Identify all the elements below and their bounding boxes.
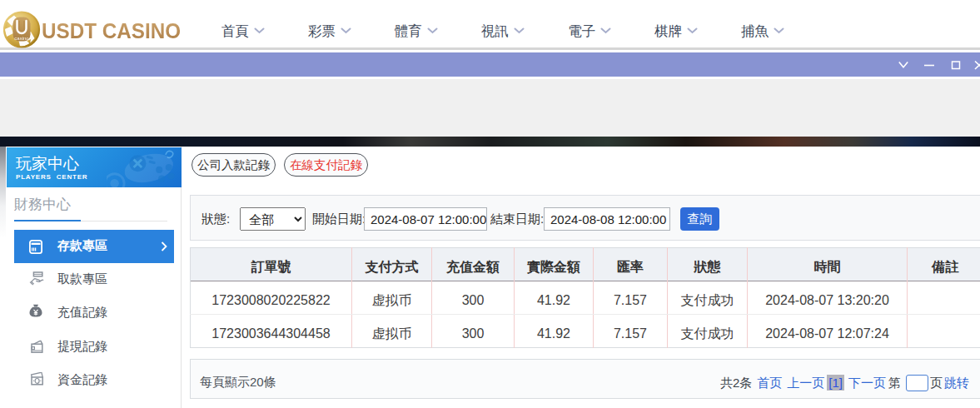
svg-text:casino: casino (14, 36, 29, 41)
